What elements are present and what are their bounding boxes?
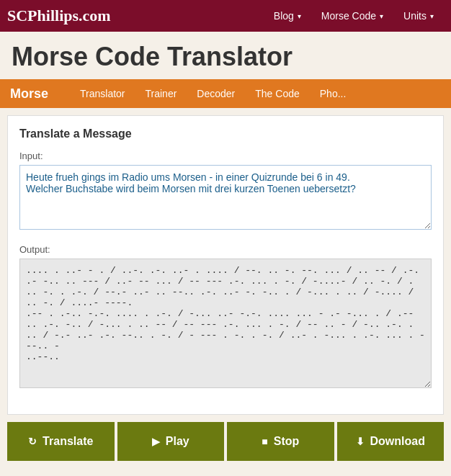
input-group: Input: [19, 151, 432, 233]
translate-btn-label: Translate [43, 435, 93, 448]
sub-nav-decoder[interactable]: Decoder [187, 79, 245, 108]
page-title-bar: Morse Code Translator [0, 32, 451, 79]
nav-items: Blog ▾ Morse Code ▾ Units ▾ [264, 0, 444, 32]
sub-nav-translator[interactable]: Translator [70, 79, 135, 108]
sub-nav-pho[interactable]: Pho... [310, 79, 357, 108]
play-button[interactable]: ▶ Play [117, 422, 225, 461]
sub-nav-the-code[interactable]: The Code [245, 79, 309, 108]
translate-button[interactable]: ↻ Translate [7, 422, 115, 461]
page-title: Morse Code Translator [12, 42, 439, 72]
nav-item-blog[interactable]: Blog ▾ [264, 0, 311, 32]
translate-icon: ↻ [28, 436, 37, 447]
stop-icon: ■ [262, 436, 267, 447]
nav-units-arrow: ▾ [430, 12, 434, 20]
nav-morse-label: Morse Code [321, 10, 376, 22]
logo: SCPhillips.com [7, 6, 264, 25]
input-label: Input: [19, 151, 432, 161]
output-label: Output: [19, 244, 432, 255]
download-icon: ⬇ [356, 436, 365, 447]
section-title: Translate a Message [19, 127, 432, 140]
sub-nav-items: Translator Trainer Decoder The Code Pho.… [70, 79, 356, 108]
nav-units-label: Units [403, 10, 427, 22]
sub-nav-brand: Morse [10, 86, 48, 102]
nav-morse-arrow: ▾ [380, 12, 383, 20]
nav-blog-arrow: ▾ [298, 12, 301, 20]
nav-blog-label: Blog [274, 10, 294, 22]
download-btn-label: Download [370, 435, 425, 448]
top-nav: SCPhillips.com Blog ▾ Morse Code ▾ Units… [0, 0, 451, 32]
play-icon: ▶ [152, 436, 160, 447]
stop-button[interactable]: ■ Stop [227, 422, 334, 461]
sub-nav: Morse Translator Trainer Decoder The Cod… [0, 79, 451, 108]
buttons-row: ↻ Translate ▶ Play ■ Stop ⬇ Download [7, 422, 444, 461]
sub-nav-trainer[interactable]: Trainer [135, 79, 187, 108]
nav-item-units[interactable]: Units ▾ [393, 0, 444, 32]
output-group: Output: [19, 244, 432, 391]
play-btn-label: Play [166, 435, 189, 448]
main-content: Translate a Message Input: Output: [7, 115, 444, 415]
download-button[interactable]: ⬇ Download [337, 422, 445, 461]
output-textarea[interactable] [19, 259, 432, 388]
stop-btn-label: Stop [274, 435, 300, 448]
nav-item-morse-code[interactable]: Morse Code ▾ [311, 0, 393, 32]
input-textarea[interactable] [19, 165, 432, 230]
